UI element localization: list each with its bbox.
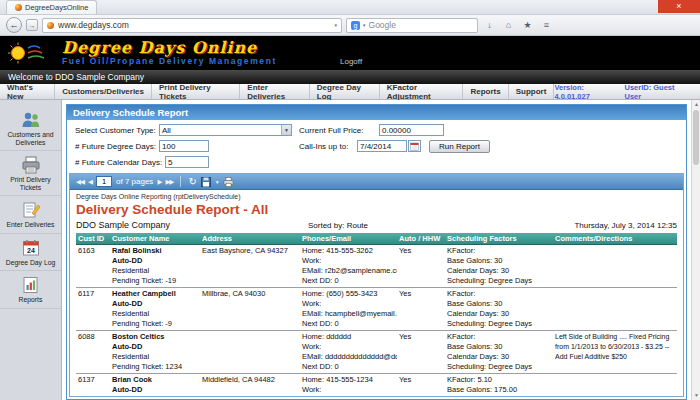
report-line: EMail: bcook@samplename.com (302, 395, 395, 396)
calendar-days-input[interactable] (165, 156, 209, 168)
app-subtitle: Fuel Oil/Propane Delivery Management (62, 56, 277, 66)
report-line: Next DD: 0 (302, 276, 395, 286)
logoff-link[interactable]: Logoff (340, 57, 362, 66)
menu-icon[interactable]: ≡ (539, 20, 554, 30)
report-line: Calendar Days: 30 (447, 352, 551, 362)
cust-id-cell: 6163 (76, 246, 110, 286)
degree-days-input[interactable] (159, 140, 209, 152)
mini-calendar-icon (410, 142, 419, 151)
run-report-button[interactable]: Run Report (429, 140, 490, 153)
browser-tab[interactable]: DegreeDaysOnline (6, 0, 97, 14)
comments-directions-cell: Left Side of Building .... Fixed Pricing… (553, 332, 677, 372)
print-icon[interactable] (223, 177, 234, 187)
menu-item-print-delivery-tickets[interactable]: Print Delivery Tickets (152, 84, 240, 99)
vertical-scrollbar[interactable]: ▲ ▼ (691, 100, 700, 400)
report-line: Calendar Days: 30 (447, 395, 551, 396)
printer-icon (21, 156, 41, 174)
url-input[interactable] (58, 19, 330, 32)
table-header-row: Cust ID Customer Name Address Phones/Ema… (76, 233, 677, 245)
customer-type-select[interactable]: All ▼ (159, 124, 292, 136)
chevron-down-icon[interactable]: ▼ (281, 125, 291, 135)
sidebar-item-enter-deliveries[interactable]: Enter Deliveries (0, 196, 61, 234)
report-meta-row: DDO Sample Company Sorted by: Route Thur… (76, 220, 677, 230)
address-cell: Middlefield, CA 94482 (200, 375, 300, 396)
report-line: Home: dddddd (302, 332, 395, 342)
full-price-input[interactable] (379, 124, 444, 136)
prev-page-button[interactable]: ◀ (88, 178, 92, 186)
form-row: # Future Calendar Days: (75, 155, 678, 169)
column-header-phones-email: Phones/Email (300, 234, 397, 243)
menu-item-reports[interactable]: Reports (463, 84, 508, 99)
report-line: Residential (112, 395, 198, 396)
report-viewer: ◀◀ ◀ of 7 pages ▶ ▶▶ ↻ (69, 173, 684, 397)
menu-item-degree-day-log[interactable]: Degree Day Log (310, 84, 380, 99)
forward-button[interactable]: → (26, 19, 38, 31)
callins-date-input[interactable] (357, 140, 407, 152)
report-line: KFactor: (447, 332, 551, 342)
export-save-icon[interactable] (201, 177, 211, 187)
report-line: Residential (112, 352, 198, 362)
report-line: Work: (302, 342, 395, 352)
comments-directions-cell (553, 375, 677, 396)
sidebar-item-reports[interactable]: Reports (0, 271, 61, 309)
report-line: Calendar Days: 30 (447, 309, 551, 319)
site-favicon-icon (15, 4, 22, 11)
calendar-days-label: # Future Calendar Days: (75, 158, 165, 167)
report-line: 6117 (78, 289, 108, 299)
report-line: Scheduling: Degree Days (447, 319, 551, 329)
report-line: Add Fuel Additive $250 (555, 352, 675, 362)
scheduling-factors-cell: KFactor: 5.10Base Galons: 175.00Calendar… (445, 375, 553, 396)
report-line: Base Galons: 175.00 (447, 385, 551, 395)
sidebar-item-degree-day-log[interactable]: 24 Degree Day Log (0, 234, 61, 272)
report-line: Home: (650) 555-3423 (302, 289, 395, 299)
customer-name-cell: Boston CelticsAuto-DDResidentialPending … (110, 332, 200, 372)
report-line: Heather Campbell (112, 289, 198, 299)
column-header-customer-name: Customer Name (110, 234, 200, 243)
report-line: Next DD: 0 (302, 319, 395, 329)
url-bar[interactable]: ▾ (42, 18, 342, 33)
sorted-by-label: Sorted by: Route (308, 221, 574, 230)
scroll-up-icon[interactable]: ▲ (692, 100, 700, 109)
report-line: Pending Ticket: -19 (112, 276, 198, 286)
next-page-button[interactable]: ▶ (157, 178, 161, 186)
report-line: KFactor: 5.10 (447, 375, 551, 385)
last-page-button[interactable]: ▶▶ (165, 178, 173, 186)
bookmark-star-icon[interactable]: ★ (520, 20, 535, 30)
downloads-icon[interactable]: ↓ (482, 20, 497, 30)
cust-id-cell: 6117 (76, 289, 110, 329)
export-dropdown-icon[interactable]: ▼ (215, 179, 219, 185)
report-parameters-form: Select Customer Type: All ▼ Current Full… (67, 120, 686, 171)
sidebar-item-print-delivery-tickets[interactable]: Print Delivery Tickets (0, 151, 61, 196)
search-dropdown-icon[interactable]: ▾ (363, 22, 366, 28)
date-picker-button[interactable] (408, 140, 421, 152)
page-number-input[interactable] (96, 176, 112, 187)
url-dropdown-icon[interactable]: ▾ (334, 22, 337, 28)
report-line: Base Galons: 30 (447, 299, 551, 309)
address-cell (200, 332, 300, 372)
refresh-icon[interactable]: ↻ (188, 177, 196, 187)
menu-item-customers-deliveries[interactable]: Customers/Deliveries (55, 84, 152, 99)
customer-name-cell: Rafal BolinskiAuto-DDResidentialPending … (110, 246, 200, 286)
report-line: Auto-DD (112, 299, 198, 309)
report-line: EMail: hcampbell@myemail.com (302, 309, 395, 319)
window-close-button[interactable]: × (658, 0, 700, 13)
column-header-auto-hhw: Auto / HHW (397, 234, 445, 243)
menu-item-enter-deliveries[interactable]: Enter Deliveries (240, 84, 310, 99)
scroll-down-icon[interactable]: ▼ (692, 391, 700, 400)
menu-item-support[interactable]: Support (509, 84, 555, 99)
address-cell: Millbrae, CA 94030 (200, 289, 300, 329)
home-icon[interactable]: ⌂ (501, 20, 516, 30)
browser-toolbar: ← → ▾ g ▾ ↓ ⌂ ★ ≡ (0, 15, 700, 36)
form-row: # Future Degree Days: Call-Ins up to: (75, 139, 678, 153)
search-input[interactable] (369, 19, 480, 32)
report-line: Work: (302, 256, 395, 266)
report-line: Yes (399, 375, 443, 385)
menu-item-whats-new[interactable]: What's New (0, 84, 55, 99)
search-bar[interactable]: g ▾ (346, 18, 478, 33)
back-button[interactable]: ← (6, 17, 22, 33)
sidebar-item-customers-deliveries[interactable]: Customers and Deliveries (0, 106, 61, 151)
first-page-button[interactable]: ◀◀ (76, 178, 84, 186)
menu-item-kfactor-adjustment[interactable]: KFactor Adjustment (380, 84, 464, 99)
scrollbar-thumb[interactable] (693, 110, 699, 165)
report-line: 6163 (78, 246, 108, 256)
